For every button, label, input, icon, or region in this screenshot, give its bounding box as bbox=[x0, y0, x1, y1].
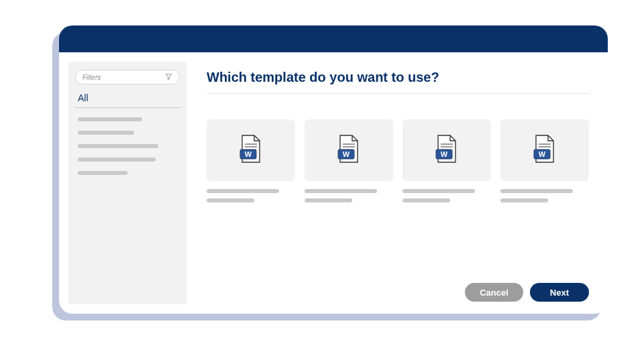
template-subtitle-placeholder bbox=[500, 198, 548, 202]
template-thumbnail: W bbox=[500, 119, 589, 181]
word-document-icon: W bbox=[435, 135, 458, 166]
word-document-icon: W bbox=[337, 135, 360, 166]
sidebar-category-placeholder[interactable] bbox=[78, 171, 127, 175]
page-heading: Which template do you want to use? bbox=[207, 70, 589, 94]
template-thumbnail: W bbox=[305, 119, 393, 181]
svg-text:W: W bbox=[441, 150, 448, 158]
footer: Cancel Next bbox=[465, 283, 589, 302]
main-content: Which template do you want to use? W W W… bbox=[186, 52, 608, 314]
template-title-placeholder bbox=[207, 189, 279, 193]
window-body: Filters All Which template do you want t… bbox=[59, 52, 608, 314]
title-bar bbox=[59, 25, 608, 52]
word-document-icon: W bbox=[533, 135, 556, 166]
template-row: W W W W bbox=[207, 119, 589, 202]
template-title-placeholder bbox=[305, 189, 377, 193]
sidebar-category-placeholder[interactable] bbox=[78, 117, 142, 121]
template-title-placeholder bbox=[500, 189, 573, 193]
template-title-placeholder bbox=[402, 189, 475, 193]
template-card[interactable]: W bbox=[500, 119, 589, 202]
filters-button[interactable]: Filters bbox=[75, 70, 180, 84]
sidebar-category-placeholder[interactable] bbox=[78, 144, 158, 148]
svg-text:W: W bbox=[245, 150, 252, 158]
sidebar-category-all[interactable]: All bbox=[75, 91, 180, 108]
template-subtitle-placeholder bbox=[402, 198, 450, 202]
sidebar: Filters All bbox=[68, 62, 186, 304]
template-card[interactable]: W bbox=[305, 119, 393, 202]
svg-text:W: W bbox=[343, 150, 350, 158]
word-document-icon: W bbox=[239, 135, 262, 166]
funnel-icon bbox=[165, 71, 172, 83]
svg-text:W: W bbox=[539, 150, 546, 158]
template-subtitle-placeholder bbox=[207, 198, 254, 202]
template-card[interactable]: W bbox=[402, 119, 491, 202]
template-subtitle-placeholder bbox=[305, 198, 352, 202]
template-card[interactable]: W bbox=[207, 119, 295, 202]
cancel-button[interactable]: Cancel bbox=[465, 283, 523, 302]
template-thumbnail: W bbox=[207, 119, 295, 181]
next-button[interactable]: Next bbox=[530, 283, 589, 302]
sidebar-category-placeholder[interactable] bbox=[78, 158, 156, 162]
dialog-window: Filters All Which template do you want t… bbox=[59, 25, 608, 314]
sidebar-category-placeholder[interactable] bbox=[78, 131, 134, 135]
filters-label: Filters bbox=[83, 74, 101, 81]
template-thumbnail: W bbox=[402, 119, 491, 181]
